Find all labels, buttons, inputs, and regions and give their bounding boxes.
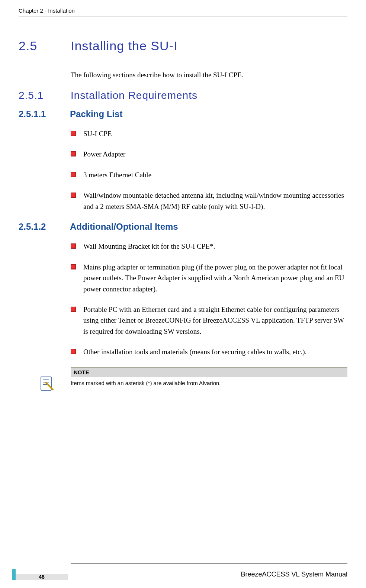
subsection-title: Installation Requirements [71,90,198,101]
list-item: 3 meters Ethernet Cable [71,169,347,180]
note-label: NOTE [71,367,347,377]
subsubsection-number: 2.5.1.2 [19,222,56,232]
list-item: Wall Mounting Bracket kit for the SU-I C… [71,241,347,252]
note-icon [39,375,55,392]
accent-bar [12,569,16,580]
chapter-header: Chapter 2 - Installation [19,7,347,16]
list-item: Mains plug adapter or termination plug (… [71,262,347,294]
page-footer: 48 BreezeACCESS VL System Manual [0,563,366,580]
page-number-box: 48 [12,569,68,580]
manual-title: BreezeACCESS VL System Manual [241,571,347,578]
subsubsection-title: Additional/Optional Items [70,222,178,232]
list-item: Portable PC with an Ethernet card and a … [71,304,347,337]
list-item: SU-I CPE [71,128,347,139]
list-item: Wall/window mountable detached antenna k… [71,190,347,212]
list-item: Other installation tools and materials (… [71,346,347,357]
list-item: Power Adapter [71,149,347,159]
subsubsection-number: 2.5.1.1 [19,109,56,119]
section-title: Installing the SU-I [71,39,177,53]
subsubsection-title: Packing List [70,109,122,119]
optional-items-list: Wall Mounting Bracket kit for the SU-I C… [71,241,347,358]
intro-paragraph: The following sections describe how to i… [71,71,347,79]
packing-list: SU-I CPE Power Adapter 3 meters Ethernet… [71,128,347,212]
section-number: 2.5 [19,39,52,53]
subsection-number: 2.5.1 [19,90,55,101]
note-block: NOTE Items marked with an asterisk (*) a… [71,367,347,390]
page-number: 48 [16,574,68,580]
note-text: Items marked with an asterisk (*) are av… [71,377,347,390]
